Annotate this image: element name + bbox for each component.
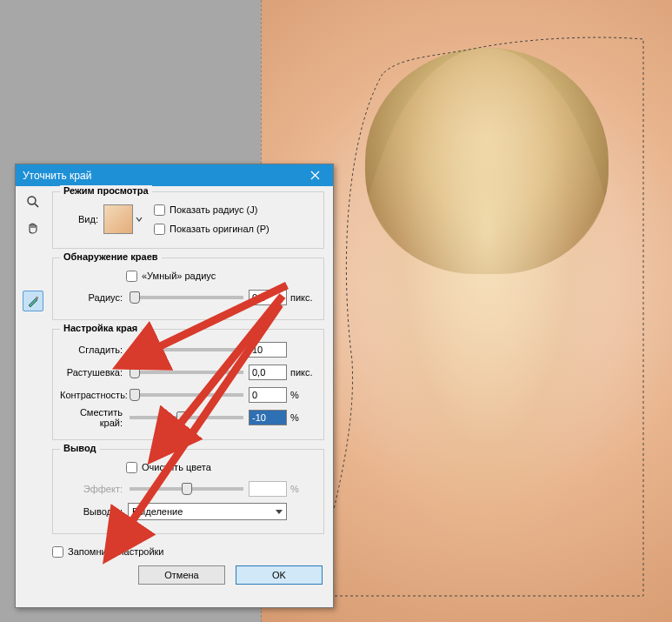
svg-point-0 <box>28 197 36 204</box>
feather-unit: пикс. <box>287 367 316 378</box>
smooth-label: Сгладить: <box>60 344 128 355</box>
zoom-tool-button[interactable] <box>23 191 43 212</box>
contrast-input[interactable] <box>249 387 287 403</box>
feather-slider[interactable] <box>130 371 243 374</box>
svg-line-1 <box>35 204 38 207</box>
effect-unit: % <box>287 484 316 494</box>
shift-edge-unit: % <box>287 412 316 423</box>
chevron-down-icon <box>136 216 143 223</box>
effect-row: Эффект: % <box>60 479 316 498</box>
output-title: Вывод <box>60 443 100 453</box>
cleanup-checkbox[interactable] <box>126 462 137 473</box>
view-mode-title: Режим просмотра <box>60 185 152 196</box>
cancel-button[interactable]: Отмена <box>138 565 225 585</box>
refine-brush-tool-button[interactable] <box>23 291 43 311</box>
radius-input[interactable] <box>249 290 287 305</box>
output-to-label: Вывод в: <box>60 506 128 517</box>
cleanup-row[interactable]: Очистить цвета <box>126 458 316 476</box>
view-label: Вид: <box>60 214 103 224</box>
brush-icon <box>26 294 40 308</box>
cleanup-label: Очистить цвета <box>142 462 211 472</box>
contrast-unit: % <box>287 390 316 400</box>
edge-detection-group: Обнаружение краев «Умный» радиус Радиус:… <box>52 257 324 320</box>
close-button[interactable] <box>296 164 333 186</box>
chevron-down-icon <box>276 510 283 514</box>
view-thumbnail-expand[interactable] <box>133 216 145 223</box>
hand-icon <box>26 221 40 235</box>
feather-row: Растушевка: пикс. <box>60 363 316 382</box>
dialog-title: Уточнить край <box>23 170 296 182</box>
shift-edge-slider[interactable] <box>130 416 243 419</box>
radius-label: Радиус: <box>60 292 128 303</box>
view-mode-group: Режим просмотра Вид: Показать радиус (J) <box>52 191 324 249</box>
remember-checkbox[interactable] <box>52 546 63 558</box>
effect-slider <box>130 487 243 491</box>
output-to-value: Выделение <box>132 506 183 517</box>
shift-edge-label: Сместить край: <box>60 407 128 428</box>
smart-radius-row[interactable]: «Умный» радиус <box>126 267 316 284</box>
shift-edge-input[interactable] <box>249 410 287 425</box>
edge-adjust-group: Настройка края Сгладить: Растушевка: пик… <box>52 329 324 440</box>
output-to-select[interactable]: Выделение <box>128 503 287 520</box>
remember-row[interactable]: Запомнить настройки <box>52 543 324 560</box>
radius-unit: пикс. <box>287 292 316 303</box>
smooth-input[interactable] <box>249 342 287 358</box>
ok-button[interactable]: OK <box>236 565 323 585</box>
edge-adjust-title: Настройка края <box>60 323 141 333</box>
show-radius-row[interactable]: Показать радиус (J) <box>154 201 269 218</box>
effect-label: Эффект: <box>60 484 128 494</box>
output-group: Вывод Очистить цвета Эффект: % Вывод в: … <box>52 449 324 534</box>
feather-label: Растушевка: <box>60 367 128 378</box>
contrast-label: Контрастность: <box>60 390 128 400</box>
show-radius-checkbox[interactable] <box>154 204 165 216</box>
shift-edge-row: Сместить край: % <box>60 408 316 427</box>
view-thumbnail[interactable] <box>103 204 133 234</box>
magnifier-icon <box>26 195 40 209</box>
contrast-row: Контрастность: % <box>60 385 316 405</box>
hand-tool-button[interactable] <box>23 217 43 238</box>
svg-rect-2 <box>36 297 38 299</box>
smooth-row: Сгладить: <box>60 340 316 359</box>
smart-radius-checkbox[interactable] <box>126 271 137 282</box>
show-original-checkbox[interactable] <box>154 224 165 235</box>
contrast-slider[interactable] <box>130 393 243 397</box>
radius-row: Радиус: пикс. <box>60 288 316 307</box>
smooth-slider[interactable] <box>130 348 243 351</box>
smart-radius-label: «Умный» радиус <box>142 271 216 281</box>
close-icon <box>310 171 320 180</box>
refine-edge-dialog: Уточнить край Режим просмотра Вид: <box>15 164 334 608</box>
output-to-row: Вывод в: Выделение <box>60 502 316 521</box>
show-radius-label: Показать радиус (J) <box>170 204 257 215</box>
effect-input <box>249 481 287 497</box>
show-original-label: Показать оригинал (P) <box>170 224 269 234</box>
show-original-row[interactable]: Показать оригинал (P) <box>154 220 269 237</box>
remember-label: Запомнить настройки <box>68 546 164 557</box>
edge-detection-title: Обнаружение краев <box>60 251 162 262</box>
radius-slider[interactable] <box>130 296 243 299</box>
feather-input[interactable] <box>249 365 287 380</box>
dialog-titlebar[interactable]: Уточнить край <box>16 164 333 186</box>
